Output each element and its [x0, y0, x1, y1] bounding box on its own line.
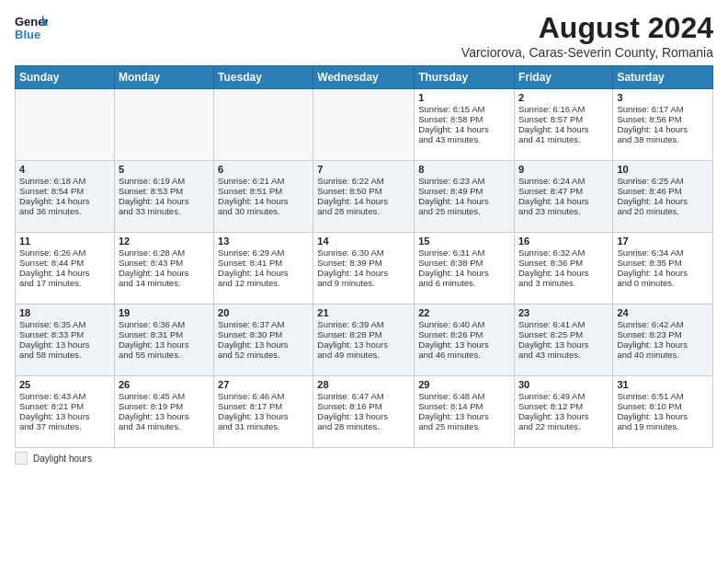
day-info: and 22 minutes.: [518, 421, 609, 431]
day-info: Daylight: 14 hours: [119, 196, 210, 206]
day-info: Sunrise: 6:49 AM: [518, 391, 609, 401]
day-info: Sunset: 8:23 PM: [617, 329, 709, 339]
col-sunday: Sunday: [16, 66, 115, 89]
day-info: Sunset: 8:33 PM: [19, 329, 110, 339]
day-info: Sunset: 8:41 PM: [218, 258, 309, 268]
col-thursday: Thursday: [415, 66, 515, 89]
table-cell: 19Sunrise: 6:36 AMSunset: 8:31 PMDayligh…: [114, 304, 213, 376]
day-info: Sunset: 8:58 PM: [418, 114, 510, 124]
day-info: and 23 minutes.: [518, 206, 609, 216]
header: General Blue August 2024 Varciorova, Car…: [15, 11, 713, 60]
day-number: 16: [518, 236, 609, 247]
day-info: and 46 minutes.: [418, 350, 510, 360]
day-info: Sunrise: 6:41 AM: [518, 319, 609, 329]
calendar-row: 1Sunrise: 6:15 AMSunset: 8:58 PMDaylight…: [16, 89, 713, 161]
table-cell: 11Sunrise: 6:26 AMSunset: 8:44 PMDayligh…: [16, 233, 115, 304]
table-cell: 21Sunrise: 6:39 AMSunset: 8:28 PMDayligh…: [313, 304, 415, 376]
day-info: Sunset: 8:14 PM: [418, 401, 510, 411]
day-info: Sunrise: 6:45 AM: [119, 391, 210, 401]
svg-text:Blue: Blue: [15, 28, 40, 41]
day-info: Sunrise: 6:51 AM: [617, 391, 709, 401]
day-number: 28: [317, 379, 410, 390]
day-info: Daylight: 14 hours: [418, 124, 510, 134]
day-number: 31: [617, 379, 709, 390]
table-cell: 20Sunrise: 6:37 AMSunset: 8:30 PMDayligh…: [214, 304, 313, 376]
calendar-row: 25Sunrise: 6:43 AMSunset: 8:21 PMDayligh…: [16, 376, 713, 448]
day-number: 29: [418, 379, 510, 390]
table-cell: 24Sunrise: 6:42 AMSunset: 8:23 PMDayligh…: [613, 304, 713, 376]
day-info: and 55 minutes.: [119, 350, 210, 360]
col-saturday: Saturday: [613, 66, 713, 89]
day-info: Daylight: 13 hours: [119, 339, 210, 350]
day-info: Sunset: 8:57 PM: [518, 114, 609, 124]
day-info: Sunrise: 6:25 AM: [617, 176, 709, 186]
table-cell: [313, 89, 415, 161]
day-info: Sunrise: 6:39 AM: [317, 319, 410, 329]
day-info: and 19 minutes.: [617, 421, 709, 431]
day-info: and 38 minutes.: [617, 134, 709, 144]
table-cell: 22Sunrise: 6:40 AMSunset: 8:26 PMDayligh…: [415, 304, 515, 376]
day-info: Sunrise: 6:30 AM: [317, 247, 410, 258]
day-number: 20: [218, 307, 309, 318]
title-block: August 2024 Varciorova, Caras-Severin Co…: [461, 11, 713, 60]
day-info: and 49 minutes.: [317, 350, 410, 360]
day-info: Daylight: 13 hours: [418, 339, 510, 350]
table-cell: 14Sunrise: 6:30 AMSunset: 8:39 PMDayligh…: [313, 233, 415, 304]
day-info: Sunset: 8:47 PM: [518, 186, 609, 196]
day-info: Daylight: 13 hours: [317, 339, 410, 350]
day-info: Sunset: 8:56 PM: [617, 114, 709, 124]
day-info: Sunrise: 6:19 AM: [119, 176, 210, 186]
day-info: Sunset: 8:49 PM: [418, 186, 510, 196]
day-info: Daylight: 14 hours: [617, 268, 709, 278]
day-info: Sunset: 8:26 PM: [418, 329, 510, 339]
day-info: Sunset: 8:16 PM: [317, 401, 410, 411]
day-info: Sunset: 8:10 PM: [617, 401, 709, 411]
day-info: Sunrise: 6:43 AM: [19, 391, 110, 401]
day-info: Sunset: 8:25 PM: [518, 329, 609, 339]
day-info: Sunrise: 6:32 AM: [518, 247, 609, 258]
day-info: and 43 minutes.: [418, 134, 510, 144]
table-cell: 31Sunrise: 6:51 AMSunset: 8:10 PMDayligh…: [613, 376, 713, 448]
day-info: Sunrise: 6:21 AM: [218, 176, 309, 186]
day-info: Sunset: 8:38 PM: [418, 258, 510, 268]
day-info: Daylight: 14 hours: [218, 196, 309, 206]
day-number: 23: [518, 307, 609, 318]
table-cell: 6Sunrise: 6:21 AMSunset: 8:51 PMDaylight…: [214, 161, 313, 233]
day-info: and 36 minutes.: [19, 206, 110, 216]
day-info: Daylight: 13 hours: [19, 339, 110, 350]
day-info: Sunset: 8:31 PM: [119, 329, 210, 339]
day-info: Sunset: 8:43 PM: [119, 258, 210, 268]
table-cell: 16Sunrise: 6:32 AMSunset: 8:36 PMDayligh…: [514, 233, 612, 304]
day-info: Daylight: 14 hours: [418, 196, 510, 206]
day-number: 11: [19, 236, 110, 247]
day-number: 25: [19, 379, 110, 390]
day-info: and 58 minutes.: [19, 350, 110, 360]
table-cell: 12Sunrise: 6:28 AMSunset: 8:43 PMDayligh…: [114, 233, 213, 304]
day-info: Daylight: 13 hours: [617, 411, 709, 421]
day-info: Sunrise: 6:46 AM: [218, 391, 309, 401]
day-info: Daylight: 13 hours: [418, 411, 510, 421]
day-number: 8: [418, 164, 510, 175]
day-info: Sunrise: 6:34 AM: [617, 247, 709, 258]
table-cell: 5Sunrise: 6:19 AMSunset: 8:53 PMDaylight…: [114, 161, 213, 233]
table-cell: 26Sunrise: 6:45 AMSunset: 8:19 PMDayligh…: [114, 376, 213, 448]
day-info: Sunset: 8:19 PM: [119, 401, 210, 411]
day-info: Sunrise: 6:24 AM: [518, 176, 609, 186]
table-cell: 13Sunrise: 6:29 AMSunset: 8:41 PMDayligh…: [214, 233, 313, 304]
day-info: Daylight: 14 hours: [617, 196, 709, 206]
calendar-row: 11Sunrise: 6:26 AMSunset: 8:44 PMDayligh…: [16, 233, 713, 304]
col-wednesday: Wednesday: [313, 66, 415, 89]
day-number: 26: [119, 379, 210, 390]
day-number: 27: [218, 379, 309, 390]
day-info: Sunset: 8:46 PM: [617, 186, 709, 196]
day-number: 10: [617, 164, 709, 175]
day-info: Sunrise: 6:17 AM: [617, 104, 709, 114]
day-info: Daylight: 14 hours: [317, 268, 410, 278]
calendar-row: 4Sunrise: 6:18 AMSunset: 8:54 PMDaylight…: [16, 161, 713, 233]
day-info: and 33 minutes.: [119, 206, 210, 216]
table-cell: 28Sunrise: 6:47 AMSunset: 8:16 PMDayligh…: [313, 376, 415, 448]
day-info: Sunset: 8:36 PM: [518, 258, 609, 268]
day-info: Daylight: 14 hours: [19, 268, 110, 278]
day-number: 3: [617, 92, 709, 103]
day-info: Daylight: 14 hours: [518, 124, 609, 134]
